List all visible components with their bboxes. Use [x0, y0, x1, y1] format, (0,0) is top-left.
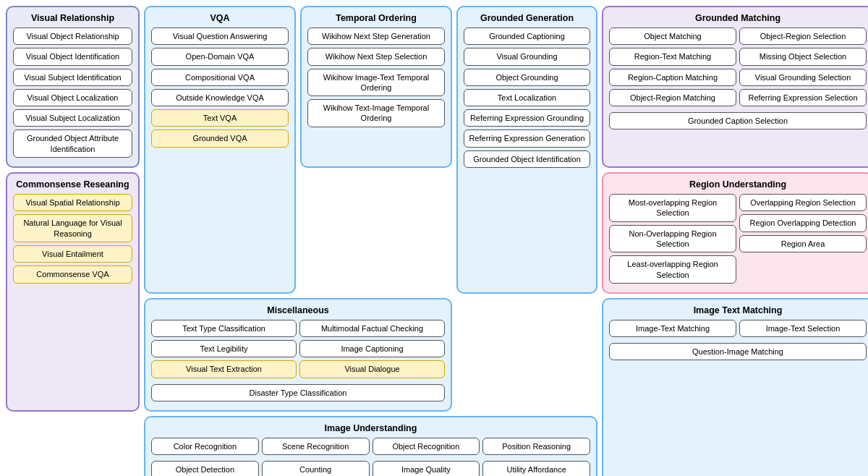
list-item: Region Overlapping Detection	[739, 214, 867, 231]
image-understanding-title: Image Understanding	[151, 423, 590, 433]
list-item: Disaster Type Classification	[151, 384, 445, 401]
visual-relationship-title: Visual Relationship	[13, 13, 132, 23]
list-item: Non-Overlapping Region Selection	[609, 225, 736, 253]
list-item: Grounded Captioning	[464, 27, 590, 45]
grounded-matching-section: Grounded Matching Object Matching Region…	[602, 6, 868, 168]
grounded-generation-title: Grounded Generation	[464, 13, 590, 23]
list-item: Image-Text Selection	[739, 320, 867, 337]
list-item: Wikihow Image-Text Temporal Ordering	[307, 69, 445, 97]
list-item: Visual Dialogue	[299, 360, 445, 378]
list-item: Visual Object Localization	[13, 89, 132, 106]
list-item: Position Reasoning	[482, 438, 590, 455]
list-item: Overlapping Region Selection	[739, 194, 867, 211]
commonsense-title: Commonsense Reseaning	[13, 179, 132, 190]
vqa-section: VQA Visual Question Answering Open-Domai…	[144, 6, 296, 294]
list-item: Object Detection	[151, 461, 259, 476]
grounded-matching-title: Grounded Matching	[609, 13, 867, 23]
list-item: Question-Image Matching	[609, 343, 867, 360]
list-item: Color Recognition	[151, 438, 259, 455]
vqa-title: VQA	[151, 13, 289, 23]
list-item: Grounded Object Attribute Identification	[13, 129, 132, 158]
list-item: Outside Knowledge VQA	[151, 89, 289, 106]
list-item: Image Captioning	[299, 340, 445, 357]
list-item: Missing Object Selection	[739, 48, 867, 65]
list-item: Visual Subject Identification	[13, 69, 132, 86]
list-item: Wikihow Next Step Selection	[307, 48, 445, 65]
region-understanding-title: Region Understanding	[609, 179, 867, 190]
list-item: Counting	[262, 461, 370, 476]
list-item: Wikihow Text-Image Temporal Ordering	[307, 99, 445, 127]
list-item: Utility Affordance	[482, 461, 590, 476]
list-item: Visual Object Relationship	[13, 27, 132, 45]
list-item: Text VQA	[151, 109, 289, 127]
list-item: Text Legibility	[151, 340, 297, 357]
list-item: Commonsense VQA	[13, 265, 132, 283]
commonsense-section: Commonsense Reseaning Visual Spatial Rel…	[6, 172, 140, 412]
list-item: Visual Question Answering	[151, 27, 289, 45]
list-item: Grounded Caption Selection	[609, 112, 867, 129]
list-item: Grounded VQA	[151, 129, 289, 147]
list-item: Object Recognition	[373, 438, 480, 455]
list-item: Visual Grounding Selection	[739, 69, 867, 86]
image-understanding-section: Image Understanding Color Recognition Sc…	[144, 416, 597, 476]
list-item: Visual Grounding	[464, 48, 590, 65]
list-item: Image Quality	[373, 461, 480, 476]
list-item: Visual Subject Localization	[13, 109, 132, 127]
miscellaneous-title: Miscellaneous	[151, 305, 445, 315]
list-item: Referring Expression Grounding	[464, 109, 590, 127]
list-item: Compositional VQA	[151, 69, 289, 86]
list-item: Region-Caption Matching	[609, 69, 736, 86]
list-item: Least-overlapping Region Selection	[609, 255, 736, 284]
list-item: Visual Spatial Relationship	[13, 194, 132, 211]
list-item: Referring Expression Selection	[739, 89, 867, 106]
list-item: Object-Region Selection	[739, 27, 867, 45]
list-item: Most-overlapping Region Selection	[609, 194, 736, 222]
temporal-title: Temporal Ordering	[307, 13, 445, 23]
list-item: Visual Entailment	[13, 245, 132, 263]
list-item: Object Grounding	[464, 69, 590, 86]
list-item: Object Matching	[609, 27, 736, 45]
region-understanding-section: Region Understanding Most-overlapping Re…	[602, 172, 868, 294]
list-item: Referring Expression Generation	[464, 129, 590, 147]
list-item: Visual Object Identification	[13, 48, 132, 65]
list-item: Image-Text Matching	[609, 320, 736, 337]
list-item: Grounded Object Identification	[464, 150, 590, 168]
list-item: Region Area	[739, 235, 867, 252]
list-item: Object-Region Matching	[609, 89, 736, 106]
list-item: Text Type Classification	[151, 320, 297, 337]
visual-relationship-section: Visual Relationship Visual Object Relati…	[6, 6, 140, 168]
grounded-generation-section: Grounded Generation Grounded Captioning …	[456, 6, 597, 294]
temporal-section: Temporal Ordering Wikihow Next Step Gene…	[300, 6, 452, 168]
list-item: Visual Text Extraction	[151, 360, 297, 378]
list-item: Multimodal Factual Checking	[299, 320, 445, 337]
list-item: Text Localization	[464, 89, 590, 106]
miscellaneous-section: Miscellaneous Text Type Classification T…	[144, 298, 452, 412]
image-text-matching-section: Image Text Matching Image-Text Matching …	[602, 298, 868, 476]
list-item: Region-Text Matching	[609, 48, 736, 65]
list-item: Natural Language for Visual Reasoning	[13, 214, 132, 242]
list-item: Scene Recognition	[262, 438, 370, 455]
list-item: Open-Domain VQA	[151, 48, 289, 65]
image-text-matching-title: Image Text Matching	[609, 305, 867, 315]
list-item: Wikihow Next Step Generation	[307, 27, 445, 45]
